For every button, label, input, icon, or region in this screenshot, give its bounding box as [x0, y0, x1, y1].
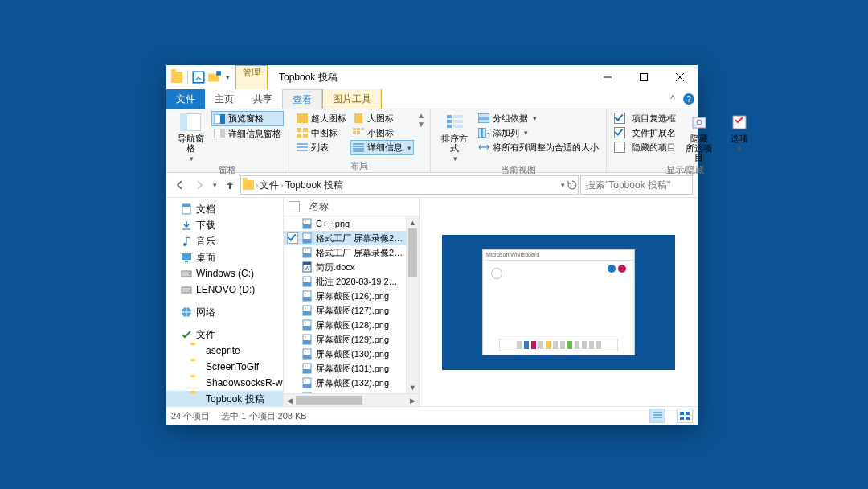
hidden-items-toggle[interactable]: 隐藏的项目 — [612, 140, 678, 154]
properties-icon[interactable] — [191, 70, 206, 84]
tree-item[interactable]: 音乐 — [166, 233, 283, 249]
file-row[interactable]: C++.png — [284, 216, 419, 231]
group-by-button[interactable]: 分组依据▾ — [476, 111, 601, 125]
tree-item[interactable]: 文档 — [166, 201, 283, 217]
search-input[interactable] — [584, 179, 708, 191]
svg-point-69 — [305, 322, 306, 323]
svg-rect-17 — [357, 128, 360, 130]
view-details-button[interactable] — [649, 409, 665, 423]
tree-item[interactable]: 桌面 — [166, 249, 283, 265]
layout-details[interactable]: 详细信息▾ — [350, 140, 414, 155]
file-row[interactable]: 屏幕截图(131).png — [284, 361, 419, 376]
tab-share[interactable]: 共享 — [244, 89, 282, 110]
vertical-scrollbar[interactable]: ▲ ▼ — [406, 216, 419, 393]
tree-item[interactable]: aseprite — [166, 343, 283, 359]
layout-medium[interactable]: 中图标 — [294, 125, 349, 140]
layout-small[interactable]: 小图标 — [350, 125, 414, 140]
file-list[interactable]: 名称 C++.png格式工厂 屏幕录像2…格式工厂 屏幕录像2…W简历.docx… — [284, 198, 420, 406]
file-row[interactable]: 屏幕截图(126).png — [284, 289, 419, 303]
file-row[interactable]: 格式工厂 屏幕录像2… — [284, 245, 419, 260]
hide-selected-button[interactable]: 隐藏所选项目 — [680, 111, 719, 164]
scroll-right-icon[interactable]: ▶ — [407, 394, 419, 406]
tab-picture-tools[interactable]: 图片工具 — [322, 89, 382, 109]
sort-button[interactable]: 排序方式 ▾ — [436, 111, 474, 164]
tree-item[interactable]: Topbook 投稿 — [166, 391, 283, 406]
maximize-button[interactable] — [625, 65, 661, 89]
up-button[interactable] — [221, 176, 239, 194]
manage-contextual-tab[interactable]: 管理 — [235, 65, 268, 89]
file-row[interactable]: 格式工厂 屏幕录像2… — [284, 231, 419, 245]
file-row[interactable]: 屏幕截图(128).png — [284, 318, 419, 332]
refresh-button[interactable]: ▾ — [560, 179, 578, 191]
layout-large[interactable]: 大图标 — [350, 111, 414, 125]
chevron-down-icon: ▾ — [533, 114, 537, 122]
tree-item-label: 桌面 — [196, 251, 215, 265]
nav-tree[interactable]: 文档下载音乐桌面Windows (C:)LENOVO (D:)网络文件asepr… — [166, 198, 284, 406]
column-header-name[interactable]: 名称 — [309, 200, 329, 214]
nav-pane-button[interactable]: 导航窗格 ▾ — [171, 111, 210, 164]
qat-dropdown-icon[interactable]: ▾ — [223, 70, 231, 84]
layout-list[interactable]: 列表 — [294, 140, 349, 154]
breadcrumb-segment[interactable]: 文件 — [260, 179, 279, 192]
row-checkbox[interactable] — [287, 232, 298, 244]
scroll-left-icon[interactable]: ◀ — [284, 394, 296, 406]
file-row[interactable]: 屏幕截图(133).png — [284, 390, 419, 393]
recent-dropdown[interactable]: ▾ — [210, 176, 219, 194]
tab-view[interactable]: 查看 — [282, 89, 322, 109]
tree-item[interactable]: LENOVO (D:) — [166, 281, 283, 298]
file-row[interactable]: 屏幕截图(129).png — [284, 332, 419, 347]
scroll-down-icon[interactable]: ▼ — [407, 381, 419, 393]
layout-more-icon[interactable]: ▲▼ — [417, 111, 425, 129]
horizontal-scrollbar[interactable]: ◀ ▶ — [284, 393, 419, 406]
scroll-thumb[interactable] — [296, 396, 362, 405]
tree-item[interactable]: 下载 — [166, 217, 283, 233]
autosize-columns-button[interactable]: 将所有列调整为合适的大小 — [476, 140, 601, 154]
breadcrumb-segment[interactable]: Topbook 投稿 — [285, 179, 344, 192]
tree-item[interactable]: 文件 — [166, 327, 283, 343]
scroll-up-icon[interactable]: ▲ — [407, 216, 419, 228]
file-icon — [301, 290, 313, 302]
forward-button[interactable] — [190, 176, 208, 194]
scroll-thumb[interactable] — [408, 228, 417, 277]
file-extensions-toggle[interactable]: 文件扩展名 — [612, 125, 678, 140]
list-header[interactable]: 名称 — [284, 198, 419, 216]
svg-rect-25 — [453, 120, 463, 123]
preview-pane-button[interactable]: 预览窗格 — [211, 111, 284, 126]
svg-rect-80 — [303, 384, 311, 388]
item-checkboxes-toggle[interactable]: 项目复选框 — [612, 111, 678, 125]
minimize-button[interactable] — [589, 65, 625, 89]
file-row[interactable]: 屏幕截图(130).png — [284, 347, 419, 361]
back-button[interactable] — [171, 176, 189, 194]
options-button[interactable]: 选项 ▾ — [720, 111, 759, 154]
details-pane-button[interactable]: 详细信息窗格 — [211, 126, 284, 141]
chevron-right-icon[interactable]: › — [280, 181, 283, 190]
file-name: 简历.docx — [316, 261, 354, 273]
help-button[interactable]: ? — [680, 89, 698, 109]
select-all-checkbox[interactable] — [289, 201, 300, 212]
file-row[interactable]: W简历.docx — [284, 260, 419, 274]
new-folder-icon[interactable] — [207, 70, 222, 84]
svg-rect-68 — [303, 326, 311, 330]
file-row[interactable]: 屏幕截图(132).png — [284, 376, 419, 390]
details-icon — [353, 142, 364, 154]
close-button[interactable] — [661, 65, 698, 89]
tree-item[interactable]: ShadowsocksR-win-… — [166, 375, 283, 391]
search-box[interactable] — [580, 175, 693, 195]
tab-home[interactable]: 主页 — [205, 89, 244, 110]
options-icon — [728, 113, 751, 132]
sort-icon — [444, 113, 466, 132]
breadcrumb[interactable]: › 文件 › Topbook 投稿 ▾ — [240, 175, 579, 195]
tree-item[interactable]: Windows (C:) — [166, 265, 283, 281]
ribbon-collapse-icon[interactable]: ^ — [665, 89, 680, 109]
tab-file[interactable]: 文件 — [166, 89, 205, 110]
layout-extra-large[interactable]: 超大图标 — [294, 111, 349, 125]
chevron-right-icon[interactable]: › — [256, 181, 258, 190]
add-columns-button[interactable]: +添加列▾ — [476, 125, 601, 140]
svg-rect-82 — [303, 392, 311, 393]
view-thumbnails-button[interactable] — [677, 409, 693, 423]
svg-rect-24 — [453, 115, 463, 118]
file-row[interactable]: 批注 2020-03-19 2… — [284, 274, 419, 289]
file-row[interactable]: 屏幕截图(127).png — [284, 303, 419, 318]
tree-item[interactable]: ScreenToGif — [166, 359, 283, 375]
tree-item[interactable]: 网络 — [166, 304, 283, 320]
